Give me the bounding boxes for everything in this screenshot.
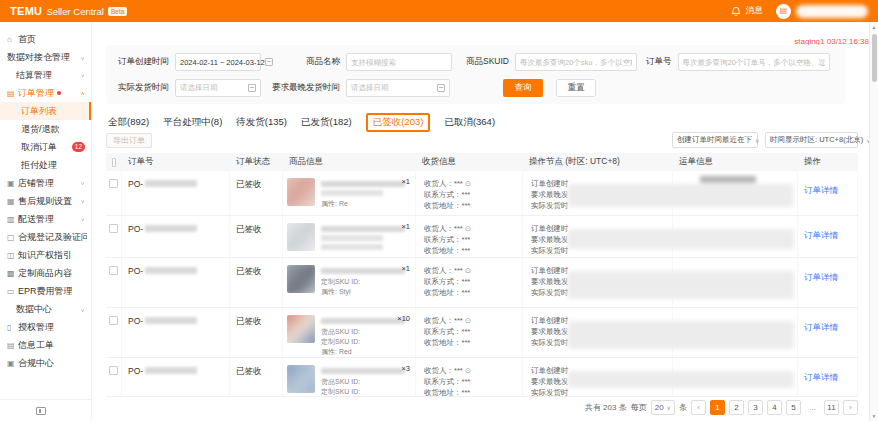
receiver-line: 联系方式：*** bbox=[424, 276, 514, 287]
per-page-label: 每页 bbox=[631, 402, 647, 413]
page-button[interactable]: 11 bbox=[824, 400, 839, 415]
sidebar-item[interactable]: 退货/退款 bbox=[0, 120, 91, 138]
order-create-time-range-input[interactable]: 2024-02-11 ~ 2024-03-12 bbox=[175, 53, 261, 71]
sidebar-item[interactable]: ▯授权管理 bbox=[0, 318, 91, 336]
sort-order-select[interactable]: 创建订单时间最近在下 ∨ bbox=[672, 132, 758, 148]
sidebar-item[interactable]: 拒付处理 bbox=[0, 156, 91, 174]
temu-logo[interactable]: TEMU bbox=[10, 5, 42, 17]
temu-seller-central-app: TEMU Seller Central Beta 消息 ▤ ⌂首页数据对接仓管理… bbox=[0, 0, 878, 421]
product-name-input[interactable] bbox=[346, 53, 452, 71]
row-checkbox[interactable] bbox=[109, 224, 118, 233]
sidebar-item[interactable]: ▤订单管理∧ bbox=[0, 84, 91, 102]
product-info-cell: 货品SKU ID:定制SKU ID:属性: Red×10 bbox=[283, 308, 416, 357]
status-tab[interactable]: 全部(892) bbox=[108, 116, 149, 129]
page-button[interactable]: 1 bbox=[710, 400, 725, 415]
topbar: TEMU Seller Central Beta 消息 ▤ bbox=[0, 0, 878, 22]
row-checkbox[interactable] bbox=[109, 179, 118, 188]
export-orders-button[interactable]: 导出订单 bbox=[106, 133, 152, 148]
actual-ship-time-input[interactable]: 请选择日期 bbox=[175, 79, 261, 97]
notification-bell-icon[interactable] bbox=[731, 6, 741, 17]
sidebar-item[interactable]: ▦售后规则设置∨ bbox=[0, 192, 91, 210]
product-text-redacted bbox=[321, 268, 405, 274]
scrollbar-thumb[interactable] bbox=[872, 34, 877, 82]
timezone-select[interactable]: 时间显示时区: UTC+8(北京) ∨ bbox=[765, 132, 858, 148]
sidebar-item-label: 数据中心 bbox=[16, 303, 52, 316]
sidebar-item[interactable]: 结算管理∨ bbox=[0, 66, 91, 84]
page-button[interactable]: 5 bbox=[786, 400, 801, 415]
order-no-prefix: PO- bbox=[128, 366, 143, 376]
receiver-line: 联系方式：*** bbox=[424, 376, 514, 387]
page-button[interactable]: 2 bbox=[729, 400, 744, 415]
sidebar-item[interactable]: ▤信息工单 bbox=[0, 336, 91, 354]
sidebar-item[interactable]: ⌂首页 bbox=[0, 30, 91, 48]
sidebar-item[interactable]: 订单列表 bbox=[0, 102, 91, 120]
prev-page-button[interactable]: ‹ bbox=[691, 400, 706, 415]
search-button[interactable]: 查询 bbox=[503, 79, 543, 97]
filter-label: 要求最晚发货时间 bbox=[272, 82, 340, 94]
sidebar-item[interactable]: ◫知识产权指引 bbox=[0, 246, 91, 264]
scroll-up-icon[interactable]: ▲ bbox=[870, 24, 878, 30]
collapse-sidebar-icon[interactable] bbox=[36, 407, 46, 415]
product-thumbnail[interactable] bbox=[287, 365, 315, 393]
next-page-button[interactable]: › bbox=[843, 400, 858, 415]
sidebar-item-label: 信息工单 bbox=[18, 339, 54, 352]
status-tab[interactable]: 已签收(203) bbox=[366, 113, 431, 132]
view-icon[interactable]: ⊙ bbox=[465, 265, 471, 276]
product-text: 属性: Re bbox=[321, 199, 411, 209]
main-content: staging1 03/12 16:38 订单创建时间 2024-02-11 ~… bbox=[92, 22, 869, 421]
receiver-info-cell: 收货人：***⊙联系方式：***收货地址：*** bbox=[416, 308, 523, 357]
sidebar-item-label: 合规登记及验证问卷 bbox=[18, 231, 87, 244]
order-detail-link[interactable]: 订单详情 bbox=[804, 230, 838, 240]
scroll-down-icon[interactable]: ▼ bbox=[870, 413, 878, 419]
status-tab[interactable]: 待发货(135) bbox=[236, 116, 287, 129]
sidebar-item[interactable]: 数据对接仓管理∨ bbox=[0, 48, 91, 66]
receiver-line: 收货人：***⊙ bbox=[424, 223, 514, 234]
order-detail-link[interactable]: 订单详情 bbox=[804, 322, 838, 332]
row-checkbox[interactable] bbox=[109, 266, 118, 275]
product-thumbnail[interactable] bbox=[287, 265, 315, 293]
product-thumbnail[interactable] bbox=[287, 178, 315, 206]
sidebar-item-label: 授权管理 bbox=[18, 321, 54, 334]
scrollbar[interactable]: ▲ ▼ bbox=[869, 22, 878, 421]
sidebar-item[interactable]: ▥配送管理∨ bbox=[0, 210, 91, 228]
page-button[interactable]: 4 bbox=[767, 400, 782, 415]
row-checkbox[interactable] bbox=[109, 366, 118, 375]
page-button[interactable]: 3 bbox=[748, 400, 763, 415]
product-thumbnail[interactable] bbox=[287, 315, 315, 343]
row-checkbox[interactable] bbox=[109, 316, 118, 325]
product-thumbnail[interactable] bbox=[287, 223, 315, 251]
sidebar-item[interactable]: 数据中心∨ bbox=[0, 300, 91, 318]
order-detail-link[interactable]: 订单详情 bbox=[804, 372, 838, 382]
order-detail-link[interactable]: 订单详情 bbox=[804, 185, 838, 195]
store-avatar-icon: ▤ bbox=[780, 7, 788, 15]
sidebar-item[interactable]: ▣店铺管理∨ bbox=[0, 174, 91, 192]
view-icon[interactable]: ⊙ bbox=[465, 365, 471, 376]
sidebar-item[interactable]: ▭EPR费用管理 bbox=[0, 282, 91, 300]
view-icon[interactable]: ⊙ bbox=[465, 315, 471, 326]
order-detail-link[interactable]: 订单详情 bbox=[804, 272, 838, 282]
per-page-select[interactable]: 20∨ bbox=[651, 400, 675, 415]
reset-button[interactable]: 重置 bbox=[556, 79, 596, 97]
select-all-checkbox[interactable] bbox=[112, 158, 116, 167]
view-icon[interactable]: ⊙ bbox=[465, 223, 471, 234]
latest-ship-time-input[interactable]: 请选择日期 bbox=[346, 79, 450, 97]
status-tab[interactable]: 已取消(364) bbox=[444, 116, 495, 129]
order-status-cell: 已签收 bbox=[230, 358, 283, 396]
view-icon[interactable]: ⊙ bbox=[465, 178, 471, 189]
sku-id-input[interactable] bbox=[515, 53, 637, 71]
status-tab[interactable]: 平台处理中(8) bbox=[163, 116, 222, 129]
sidebar-item[interactable]: 取消订单12 bbox=[0, 138, 91, 156]
after-sale-rules-icon: ▦ bbox=[7, 197, 18, 206]
avatar[interactable]: ▤ bbox=[776, 4, 791, 19]
messages-label[interactable]: 消息 bbox=[746, 5, 763, 17]
sidebar-item[interactable]: ▩定制商品内容 bbox=[0, 264, 91, 282]
sidebar-item-label: 合规中心 bbox=[18, 357, 54, 370]
status-tab[interactable]: 已发货(182) bbox=[301, 116, 352, 129]
sidebar-item[interactable]: ▣合规中心 bbox=[0, 354, 91, 372]
order-no-input[interactable] bbox=[678, 53, 830, 71]
order-status-cell: 已签收 bbox=[230, 216, 283, 257]
sidebar-item[interactable]: ▢合规登记及验证问卷 bbox=[0, 228, 91, 246]
account-name-redacted[interactable] bbox=[796, 5, 868, 18]
compliance-center-icon: ▣ bbox=[7, 359, 18, 368]
sidebar-item-label: 店铺管理 bbox=[18, 177, 54, 190]
